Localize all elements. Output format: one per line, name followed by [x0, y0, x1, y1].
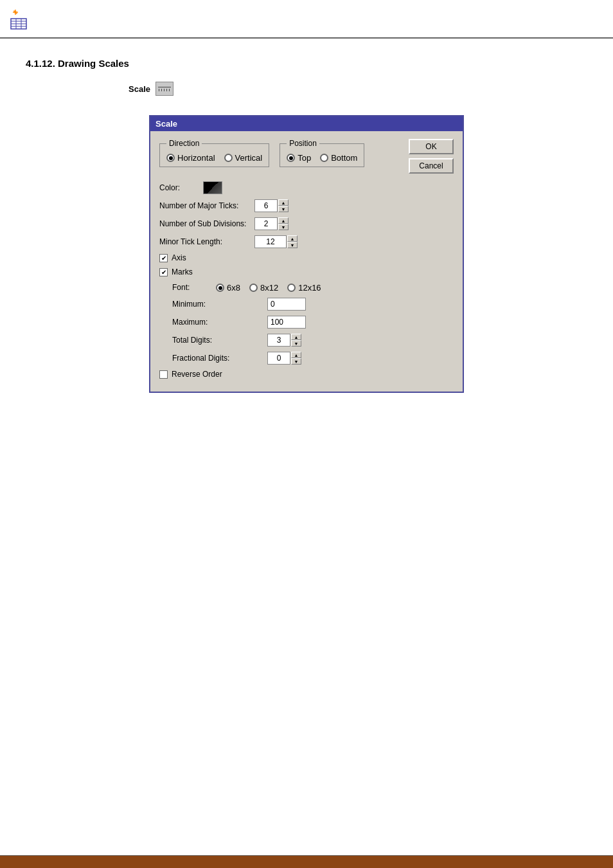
svg-line-5: [14, 11, 15, 12]
scale-icon-row: Scale: [26, 82, 587, 96]
position-group: Position Top Bottom: [280, 139, 364, 167]
top-bar: [0, 0, 613, 39]
scale-tick: [164, 89, 164, 91]
scale-tick: [159, 89, 159, 91]
minor-tick-length-input[interactable]: [254, 235, 287, 248]
axis-row: ✔ Axis: [159, 253, 454, 262]
radio-vertical-label: Vertical: [235, 153, 263, 163]
scale-label: Scale: [129, 84, 150, 94]
radio-6x8[interactable]: 6x8: [216, 283, 240, 293]
minor-tick-length-spin-buttons: ▲ ▼: [287, 235, 298, 248]
minor-tick-length-spin-down[interactable]: ▼: [287, 242, 298, 248]
radio-12x16-circle: [287, 284, 296, 292]
maximum-label: Maximum:: [172, 318, 262, 327]
radio-top[interactable]: Top: [287, 153, 311, 163]
direction-radio-group: Horizontal Vertical: [166, 152, 262, 163]
position-legend: Position: [287, 139, 319, 148]
radio-8x12-label: 8x12: [260, 283, 278, 293]
major-ticks-spin-down[interactable]: ▼: [278, 206, 289, 212]
total-digits-spin-up[interactable]: ▲: [291, 334, 301, 340]
reverse-order-checkbox[interactable]: [159, 370, 168, 379]
scale-line: [158, 87, 171, 87]
marks-label: Marks: [172, 267, 193, 276]
radio-horizontal-label: Horizontal: [177, 153, 215, 163]
sub-divisions-spinbox: ▲ ▼: [254, 217, 289, 230]
status-bar: [0, 855, 613, 868]
fractional-digits-spin-buttons: ▲ ▼: [291, 352, 301, 365]
total-digits-label: Total Digits:: [172, 336, 262, 345]
scale-tick: [169, 89, 170, 91]
radio-8x12-circle: [249, 284, 258, 292]
minimum-input[interactable]: [267, 298, 306, 311]
sub-divisions-input[interactable]: [254, 217, 278, 230]
radio-6x8-label: 6x8: [227, 283, 240, 293]
page-content: 4.1.12. Drawing Scales Scale Scale Dire: [0, 39, 613, 412]
minimum-label: Minimum:: [172, 300, 262, 309]
fractional-digits-row: Fractional Digits: ▲ ▼: [172, 352, 454, 365]
axis-checkbox[interactable]: ✔: [159, 254, 168, 262]
radio-12x16-label: 12x16: [298, 283, 321, 293]
direction-legend: Direction: [166, 139, 202, 148]
maximum-row: Maximum:: [172, 316, 454, 329]
radio-bottom-circle: [320, 154, 328, 162]
major-ticks-spin-up[interactable]: ▲: [278, 199, 289, 206]
fractional-digits-spin-up[interactable]: ▲: [291, 352, 301, 358]
major-ticks-spin-buttons: ▲ ▼: [278, 199, 289, 212]
radio-12x16[interactable]: 12x16: [287, 283, 321, 293]
total-digits-spin-down[interactable]: ▼: [291, 340, 301, 347]
minor-tick-length-spinbox: ▲ ▼: [254, 235, 298, 248]
fractional-digits-spinbox: ▲ ▼: [267, 352, 301, 365]
color-swatch[interactable]: [203, 181, 222, 194]
marks-checkbox[interactable]: ✔: [159, 268, 168, 276]
sub-divisions-spin-up[interactable]: ▲: [278, 217, 289, 224]
minor-tick-length-row: Minor Tick Length: ▲ ▼: [159, 235, 454, 248]
major-ticks-input[interactable]: [254, 199, 278, 212]
radio-8x12[interactable]: 8x12: [249, 283, 278, 293]
sub-divisions-row: Number of Sub Divisions: ▲ ▼: [159, 217, 454, 230]
scale-tick: [166, 89, 167, 91]
ok-button[interactable]: OK: [409, 139, 454, 154]
radio-horizontal-circle: [166, 154, 175, 162]
dialog-title: Scale: [155, 119, 177, 129]
font-row: Font: 6x8 8x12 12x16: [172, 282, 454, 293]
radio-bottom[interactable]: Bottom: [320, 153, 357, 163]
sub-divisions-spin-buttons: ▲ ▼: [278, 217, 289, 230]
fractional-digits-input[interactable]: [267, 352, 290, 365]
major-ticks-row: Number of Major Ticks: ▲ ▼: [159, 199, 454, 212]
radio-vertical-circle: [224, 154, 233, 162]
major-ticks-label: Number of Major Ticks:: [159, 201, 249, 210]
maximum-input[interactable]: [267, 316, 306, 329]
scale-ticks: [159, 89, 170, 91]
section-title: 4.1.12. Drawing Scales: [26, 58, 587, 69]
dialog-body: Direction Horizontal Vertical: [150, 131, 463, 392]
axis-label: Axis: [172, 253, 186, 262]
color-row: Color:: [159, 181, 454, 194]
scale-mini-icon: [155, 82, 173, 96]
cancel-button[interactable]: Cancel: [409, 158, 454, 174]
total-digits-spin-buttons: ▲ ▼: [291, 334, 301, 347]
dialog-title-bar: Scale: [150, 116, 463, 131]
radio-horizontal[interactable]: Horizontal: [166, 153, 215, 163]
sub-divisions-label: Number of Sub Divisions:: [159, 219, 249, 228]
radio-6x8-circle: [216, 284, 224, 292]
radio-vertical[interactable]: Vertical: [224, 153, 263, 163]
minor-tick-length-label: Minor Tick Length:: [159, 237, 249, 246]
dialog-buttons: OK Cancel: [409, 139, 454, 174]
total-digits-input[interactable]: [267, 334, 290, 347]
svg-line-6: [16, 13, 17, 14]
major-ticks-spinbox: ▲ ▼: [254, 199, 289, 212]
minimum-row: Minimum:: [172, 298, 454, 311]
minor-tick-length-spin-up[interactable]: ▲: [287, 235, 298, 242]
font-radio-group: 6x8 8x12 12x16: [216, 282, 321, 293]
app-icon: [6, 6, 32, 32]
total-digits-spinbox: ▲ ▼: [267, 334, 301, 347]
sub-divisions-spin-down[interactable]: ▼: [278, 224, 289, 230]
fractional-digits-label: Fractional Digits:: [172, 354, 262, 363]
marks-row: ✔ Marks: [159, 267, 454, 276]
fractional-digits-spin-down[interactable]: ▼: [291, 358, 301, 365]
direction-group: Direction Horizontal Vertical: [159, 139, 269, 167]
marks-indent: Font: 6x8 8x12 12x16: [159, 282, 454, 365]
total-digits-row: Total Digits: ▲ ▼: [172, 334, 454, 347]
color-label: Color:: [159, 183, 198, 192]
scale-dialog: Scale Direction Horizontal: [149, 115, 464, 393]
